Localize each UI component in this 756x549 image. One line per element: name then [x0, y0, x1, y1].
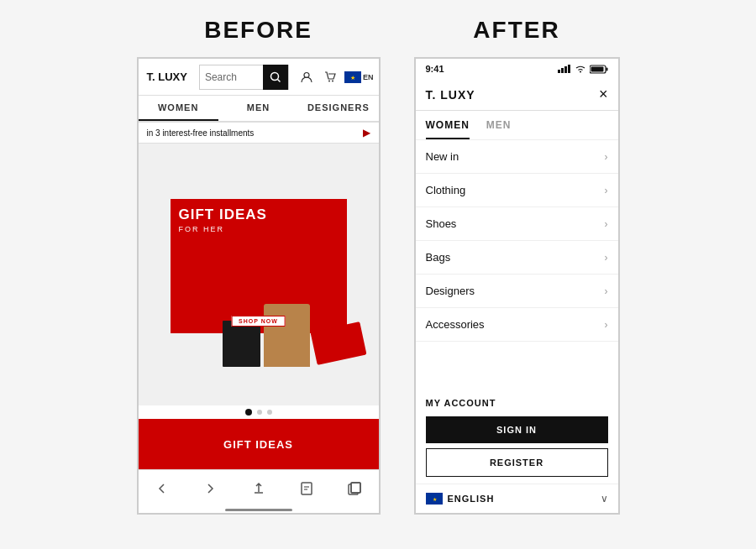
battery-icon: [590, 65, 608, 74]
gift-card-text: GIFT IDEAS FOR HER: [171, 199, 347, 242]
before-bottom-strip: GIFT IDEAS: [139, 419, 379, 469]
nav-forward[interactable]: [186, 481, 234, 496]
language-left: ★ ENGLISH: [426, 493, 495, 505]
gift-title: GIFT IDEAS: [179, 207, 339, 223]
menu-label-designers: Designers: [426, 285, 475, 297]
close-button[interactable]: ×: [599, 86, 608, 103]
before-column: BEFORE T. LUXY Search: [137, 17, 381, 515]
chevron-bags: ›: [605, 252, 608, 264]
svg-rect-11: [351, 483, 360, 493]
menu-item-new-in[interactable]: New in ›: [416, 140, 618, 174]
account-icon[interactable]: [297, 68, 316, 86]
dot-2: [267, 410, 272, 415]
before-bottom-nav: [139, 469, 379, 506]
bottom-strip-text: GIFT IDEAS: [223, 438, 293, 451]
svg-line-1: [277, 79, 280, 81]
svg-point-0: [270, 72, 278, 80]
gift-card: GIFT IDEAS FOR HER: [171, 199, 347, 333]
signal-icon: [558, 65, 571, 73]
menu-item-shoes[interactable]: Shoes ›: [416, 207, 618, 241]
account-section: MY ACCOUNT SIGN IN REGISTER: [416, 388, 618, 484]
before-icons: ★ EN: [292, 68, 379, 86]
chevron-designers: ›: [605, 285, 608, 297]
before-navbar: WOMEN MEN DESIGNERS: [139, 96, 379, 123]
carousel-dots: [139, 405, 379, 419]
search-icon: [270, 71, 281, 83]
flag-icon: ★: [344, 71, 361, 83]
chevron-shoes: ›: [605, 218, 608, 230]
language-code: EN: [363, 73, 374, 81]
status-icons: [558, 65, 608, 74]
menu-label-shoes: Shoes: [426, 217, 457, 230]
svg-point-4: [332, 80, 333, 81]
language-chevron-down: ∨: [601, 493, 608, 505]
svg-text:★: ★: [350, 75, 355, 81]
after-column: AFTER 9:41: [414, 17, 620, 515]
after-label: AFTER: [473, 17, 559, 44]
after-menu: New in › Clothing › Shoes › Bags › Desig…: [416, 140, 618, 388]
nav-designers[interactable]: DESIGNERS: [298, 96, 378, 121]
chevron-new-in: ›: [605, 151, 608, 163]
tab-men[interactable]: MEN: [486, 119, 512, 139]
chevron-clothing: ›: [605, 185, 608, 196]
sign-in-button[interactable]: SIGN IN: [426, 416, 608, 443]
after-tabs: WOMEN MEN: [416, 111, 618, 140]
register-button[interactable]: REGISTER: [426, 448, 608, 477]
dot-active: [245, 409, 252, 416]
svg-rect-18: [591, 66, 603, 71]
svg-rect-13: [558, 70, 560, 73]
svg-rect-7: [302, 483, 312, 494]
account-title: MY ACCOUNT: [426, 398, 608, 408]
before-topbar: T. LUXY Search: [139, 59, 379, 96]
nav-tabs[interactable]: [330, 481, 378, 496]
svg-rect-19: [606, 67, 607, 71]
after-header: T. LUXY ×: [416, 79, 618, 111]
before-search-button[interactable]: [263, 65, 288, 90]
svg-rect-15: [564, 66, 567, 73]
language-selector[interactable]: ★ EN: [344, 68, 374, 86]
coat-item: [264, 304, 310, 367]
after-phone-frame: 9:41: [414, 57, 620, 515]
tab-women[interactable]: WOMEN: [426, 119, 470, 139]
fashion-items: [223, 304, 364, 367]
menu-item-designers[interactable]: Designers ›: [416, 274, 618, 308]
menu-label-accessories: Accessories: [426, 318, 485, 331]
before-label: BEFORE: [204, 17, 312, 44]
nav-back[interactable]: [139, 481, 186, 496]
cart-icon[interactable]: [321, 68, 339, 86]
before-search-input[interactable]: Search: [200, 71, 263, 83]
menu-item-clothing[interactable]: Clothing ›: [416, 174, 618, 207]
after-logo: T. LUXY: [426, 88, 475, 102]
nav-men[interactable]: MEN: [218, 96, 298, 121]
menu-item-bags[interactable]: Bags ›: [416, 241, 618, 274]
language-text: ENGLISH: [448, 494, 495, 504]
nav-bookmarks[interactable]: [282, 481, 330, 496]
menu-item-accessories[interactable]: Accessories ›: [416, 308, 618, 342]
banner-text: in 3 interest-free installments: [147, 128, 255, 138]
gift-subtitle: FOR HER: [179, 225, 339, 233]
before-search-area[interactable]: Search: [199, 65, 289, 90]
svg-text:★: ★: [432, 497, 436, 502]
shop-now-button[interactable]: SHOP NOW: [231, 316, 286, 327]
status-time: 9:41: [426, 64, 444, 74]
before-hero: GIFT IDEAS FOR HER: [139, 144, 379, 405]
nav-share[interactable]: [234, 481, 282, 496]
before-logo: T. LUXY: [139, 71, 196, 83]
eu-flag-icon: ★: [426, 493, 443, 505]
home-indicator: [139, 506, 379, 513]
before-phone-frame: T. LUXY Search: [137, 57, 381, 515]
shoes-item: [310, 322, 366, 365]
bag-body: [223, 321, 260, 367]
chevron-accessories: ›: [605, 319, 608, 331]
svg-point-3: [328, 80, 330, 81]
home-bar: [225, 509, 292, 511]
wifi-icon: [575, 65, 586, 73]
status-bar: 9:41: [416, 59, 618, 79]
svg-rect-16: [568, 65, 570, 73]
menu-label-new-in: New in: [426, 150, 459, 163]
dot-1: [257, 410, 262, 415]
menu-label-clothing: Clothing: [426, 184, 466, 196]
language-selector-after[interactable]: ★ ENGLISH ∨: [416, 484, 618, 513]
nav-women[interactable]: WOMEN: [139, 96, 218, 121]
menu-label-bags: Bags: [426, 251, 451, 264]
